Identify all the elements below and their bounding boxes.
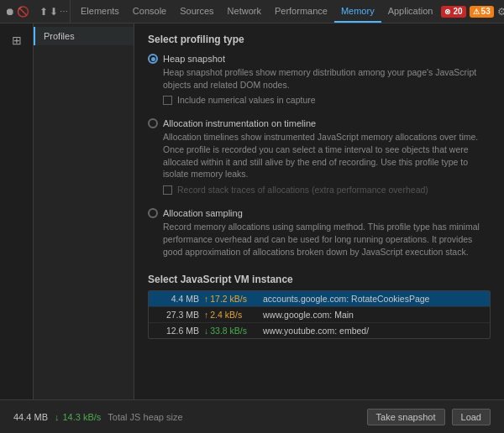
toolbar: ⏺ 🚫 ⬆ ⬇ ⋯ Elements Console Sources Netwo… <box>0 0 504 23</box>
record-icon[interactable]: ⏺ <box>5 5 15 18</box>
vm-instance-table: 4.4 MB 17.2 kB/s accounts.google.com: Ro… <box>148 290 491 339</box>
error-badge[interactable]: ⊗ 20 <box>441 6 465 18</box>
footer-speed-value: 14.3 kB/s <box>62 412 101 422</box>
sidebar-item-profiles[interactable]: Profiles <box>34 27 134 45</box>
vm-name-0: accounts.google.com: RotateCookiesPage <box>258 294 429 304</box>
radio-allocation-timeline-label[interactable]: Allocation instrumentation on timeline <box>148 118 491 128</box>
clear-icon[interactable]: 🚫 <box>17 5 29 18</box>
footer-label: Total JS heap size <box>108 412 182 422</box>
allocation-sampling-label-text: Allocation sampling <box>163 208 243 218</box>
settings-icon[interactable]: ⚙ <box>496 5 504 18</box>
more-icon2[interactable]: ⋯ <box>60 5 68 18</box>
vm-name-2: www.youtube.com: embed/ <box>258 326 369 336</box>
footer-total-size: 44.4 MB <box>13 412 48 422</box>
profiling-section-title: Select profiling type <box>148 34 491 45</box>
panel-nav: Profiles <box>34 23 134 399</box>
vm-row-1[interactable]: 27.3 MB 2.4 kB/s www.google.com: Main <box>149 307 490 323</box>
stack-traces-label: Record stack traces of allocations (extr… <box>177 185 428 195</box>
tab-elements[interactable]: Elements <box>74 0 126 23</box>
footer-speed-stat: ↓ 14.3 kB/s <box>55 412 101 422</box>
tab-performance[interactable]: Performance <box>268 0 334 23</box>
include-numerical-label: Include numerical values in capture <box>177 95 316 105</box>
take-snapshot-button[interactable]: Take snapshot <box>367 409 445 425</box>
tab-console[interactable]: Console <box>126 0 173 23</box>
vm-row-2[interactable]: 12.6 MB 33.8 kB/s www.youtube.com: embed… <box>149 323 490 338</box>
tab-application[interactable]: Application <box>381 0 440 23</box>
option-allocation-timeline: Allocation instrumentation on timeline A… <box>148 118 491 201</box>
vm-size-1: 27.3 MB <box>155 310 199 320</box>
import-icon[interactable]: ⬆ <box>39 5 48 18</box>
allocation-timeline-checkbox-row: Record stack traces of allocations (extr… <box>163 185 491 195</box>
footer-label-text: Total JS heap size <box>108 412 182 422</box>
export-icon[interactable]: ⬇ <box>50 5 58 18</box>
tab-bar: Elements Console Sources Network Perform… <box>70 0 504 23</box>
vm-size-0: 4.4 MB <box>155 294 199 304</box>
arrow-up-icon-1 <box>204 310 208 320</box>
vm-speed-1: 2.4 kB/s <box>199 310 258 320</box>
tab-sources[interactable]: Sources <box>173 0 220 23</box>
stack-traces-checkbox[interactable] <box>163 185 172 195</box>
sidebar: ⊞ <box>0 23 34 399</box>
heap-snapshot-desc: Heap snapshot profiles show memory distr… <box>163 66 491 91</box>
tab-memory[interactable]: Memory <box>334 0 381 23</box>
tab-network[interactable]: Network <box>221 0 268 23</box>
content-area: Select profiling type Heap snapshot Heap… <box>134 23 504 399</box>
warning-icon: ⚠ <box>473 8 480 16</box>
radio-allocation-timeline-input[interactable] <box>148 118 158 128</box>
allocation-timeline-label-text: Allocation instrumentation on timeline <box>163 118 316 128</box>
heap-snapshot-label-text: Heap snapshot <box>163 54 225 64</box>
arrow-down-icon-2 <box>204 326 208 336</box>
include-numerical-checkbox[interactable] <box>163 96 172 105</box>
load-button[interactable]: Load <box>452 409 491 425</box>
allocation-timeline-desc: Allocation timelines show instrumented J… <box>163 131 491 180</box>
arrow-up-icon-0 <box>204 294 208 304</box>
radio-heap-snapshot-label[interactable]: Heap snapshot <box>148 54 491 64</box>
footer-size-value: 44.4 MB <box>13 412 48 422</box>
heap-snapshot-checkbox-row: Include numerical values in capture <box>163 95 491 105</box>
radio-allocation-sampling-input[interactable] <box>148 208 158 218</box>
radio-allocation-sampling-label[interactable]: Allocation sampling <box>148 208 491 218</box>
vm-speed-2: 33.8 kB/s <box>199 326 258 336</box>
warning-badge[interactable]: ⚠ 53 <box>470 6 494 18</box>
radio-heap-snapshot-input[interactable] <box>148 54 158 64</box>
allocation-sampling-desc: Record memory allocations using sampling… <box>163 221 491 258</box>
vm-name-1: www.google.com: Main <box>258 310 354 320</box>
grid-icon[interactable]: ⊞ <box>5 29 29 52</box>
error-icon: ⊗ <box>444 8 451 16</box>
main-layout: ⊞ Profiles Select profiling type Heap sn… <box>0 23 504 399</box>
option-heap-snapshot: Heap snapshot Heap snapshot profiles sho… <box>148 54 491 112</box>
vm-speed-0: 17.2 kB/s <box>199 294 258 304</box>
option-allocation-sampling: Allocation sampling Record memory alloca… <box>148 208 491 262</box>
footer: 44.4 MB ↓ 14.3 kB/s Total JS heap size T… <box>0 399 504 433</box>
vm-row-0[interactable]: 4.4 MB 17.2 kB/s accounts.google.com: Ro… <box>149 291 490 307</box>
footer-speed-arrow: ↓ <box>55 412 60 422</box>
vm-section-title: Select JavaScript VM instance <box>148 274 491 285</box>
vm-size-2: 12.6 MB <box>155 326 199 336</box>
